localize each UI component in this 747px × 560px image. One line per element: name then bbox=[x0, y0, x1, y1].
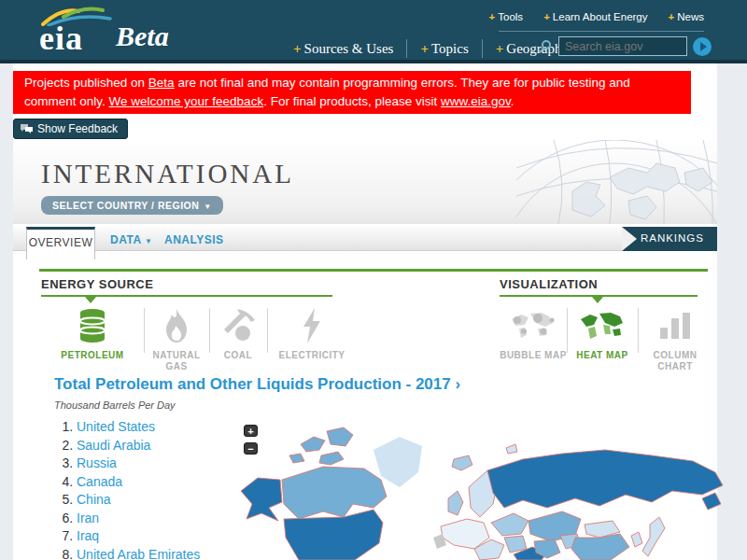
globe-art-icon bbox=[516, 140, 717, 224]
list-item: United Arab Emirates bbox=[77, 546, 245, 560]
natural-gas-flame-icon bbox=[164, 309, 189, 343]
world-heat-map[interactable] bbox=[233, 418, 728, 560]
tab-analysis[interactable]: ANALYSIS bbox=[164, 233, 224, 246]
map-region-alaska bbox=[241, 478, 282, 521]
map-region-japan bbox=[642, 517, 665, 556]
page-title: INTERNATIONAL bbox=[41, 159, 294, 189]
site-header: eia Beta +Tools +Learn About Energy +New… bbox=[0, 0, 747, 63]
plus-icon: + bbox=[543, 11, 550, 22]
list-item: China bbox=[77, 491, 245, 510]
map-region-russia bbox=[487, 450, 723, 508]
beta-link[interactable]: Beta bbox=[148, 76, 175, 90]
nav-news[interactable]: +News bbox=[669, 11, 704, 22]
visualization-heading: VISUALIZATION bbox=[500, 277, 598, 291]
visualization-heat-map[interactable]: HEAT MAP bbox=[567, 304, 638, 361]
hero-banner: INTERNATIONAL SELECT COUNTRY / REGION▼ bbox=[13, 140, 717, 224]
search-go-button[interactable] bbox=[693, 37, 712, 56]
country-ranking-list: United States Saudi Arabia Russia Canada… bbox=[58, 418, 245, 560]
utility-nav: +Tools +Learn About Energy +News bbox=[489, 11, 704, 22]
map-region bbox=[631, 532, 642, 547]
energy-source-coal[interactable]: COAL bbox=[209, 304, 267, 361]
plus-icon: + bbox=[489, 11, 496, 22]
nav-learn-about-energy[interactable]: +Learn About Energy bbox=[543, 11, 647, 22]
map-region bbox=[491, 513, 529, 536]
utility-nav-divider bbox=[499, 31, 704, 32]
petroleum-barrel-icon bbox=[78, 308, 107, 343]
banner-text: . For final products, please visit bbox=[263, 94, 441, 108]
map-region bbox=[301, 437, 325, 452]
map-region bbox=[327, 427, 353, 446]
country-link-united-arab-emirates[interactable]: United Arab Emirates bbox=[77, 547, 200, 560]
plus-icon: + bbox=[293, 41, 302, 56]
plus-icon: + bbox=[420, 41, 429, 56]
list-item: Iran bbox=[77, 510, 245, 528]
energy-source-heading: ENERGY SOURCE bbox=[41, 277, 153, 291]
tab-data[interactable]: DATA ▼ bbox=[110, 233, 152, 246]
tab-overview[interactable]: OVERVIEW bbox=[26, 227, 95, 259]
speech-bubble-icon bbox=[20, 123, 34, 135]
visualization-column-chart[interactable]: COLUMN CHART bbox=[638, 304, 712, 372]
rankings-arrow-icon bbox=[622, 227, 637, 251]
map-region bbox=[452, 455, 472, 470]
banner-text: . bbox=[511, 94, 514, 108]
electricity-bolt-icon bbox=[302, 308, 322, 343]
country-link-united-states[interactable]: United States bbox=[77, 419, 155, 434]
country-link-china[interactable]: China bbox=[77, 492, 111, 507]
nav-topics[interactable]: +Topics bbox=[407, 41, 481, 57]
eia-logo-text: eia bbox=[39, 19, 83, 58]
map-region bbox=[504, 536, 527, 553]
bubble-map-icon bbox=[510, 312, 557, 340]
feedback-link[interactable]: We welcome your feedback bbox=[109, 94, 264, 108]
energy-source-petroleum[interactable]: PETROLEUM bbox=[41, 304, 144, 361]
country-link-canada[interactable]: Canada bbox=[77, 474, 122, 489]
plus-icon: + bbox=[669, 11, 675, 22]
map-zoom-in-button[interactable]: + bbox=[244, 425, 258, 437]
country-link-russia[interactable]: Russia bbox=[77, 455, 117, 470]
list-item: Canada bbox=[77, 473, 245, 492]
chart-title-link[interactable]: Total Petroleum and Other Liquids Produc… bbox=[54, 375, 460, 394]
map-zoom-out-button[interactable]: − bbox=[244, 442, 258, 455]
energy-source-electricity[interactable]: ELECTRICITY bbox=[267, 304, 357, 361]
nav-sources-uses[interactable]: +Sources & Uses bbox=[280, 41, 406, 57]
eia-logo[interactable]: eia bbox=[34, 4, 127, 60]
beta-logo-text[interactable]: Beta bbox=[116, 21, 169, 52]
main-nav: +Sources & Uses +Topics +Geography bbox=[280, 39, 582, 58]
list-item: Russia bbox=[77, 455, 245, 473]
beta-warning-banner: Projects published on Beta are not final… bbox=[13, 71, 691, 114]
list-item: Saudi Arabia bbox=[77, 437, 245, 455]
energy-source-natural-gas[interactable]: NATURAL GAS bbox=[144, 304, 209, 372]
country-link-iraq[interactable]: Iraq bbox=[77, 528, 99, 543]
energy-source-selected-marker bbox=[85, 297, 96, 303]
map-region-china bbox=[571, 534, 629, 560]
map-region bbox=[319, 452, 344, 465]
show-feedback-button[interactable]: Show Feedback bbox=[13, 119, 128, 139]
map-region bbox=[448, 491, 463, 515]
chevron-down-icon: ▼ bbox=[145, 237, 152, 245]
map-region bbox=[289, 454, 304, 463]
plus-icon: + bbox=[496, 41, 504, 56]
country-link-saudi-arabia[interactable]: Saudi Arabia bbox=[77, 438, 150, 453]
heat-map-icon bbox=[579, 312, 626, 340]
list-item: United States bbox=[77, 418, 245, 437]
nav-tools[interactable]: +Tools bbox=[489, 11, 524, 22]
select-country-label: SELECT COUNTRY / REGION bbox=[52, 200, 199, 211]
show-feedback-label: Show Feedback bbox=[37, 122, 118, 135]
chevron-down-icon: ▼ bbox=[204, 203, 211, 211]
visualization-selected-marker bbox=[592, 297, 603, 303]
map-region bbox=[506, 444, 517, 454]
search-icon[interactable] bbox=[538, 39, 553, 54]
search-input[interactable] bbox=[558, 36, 687, 56]
select-country-region-button[interactable]: SELECT COUNTRY / REGION▼ bbox=[41, 196, 223, 215]
visualization-bubble-map[interactable]: BUBBLE MAP bbox=[500, 304, 567, 361]
banner-text: Projects published on bbox=[24, 76, 148, 90]
country-link-iran[interactable]: Iran bbox=[77, 511, 99, 525]
column-chart-icon bbox=[656, 311, 694, 341]
map-region bbox=[702, 493, 721, 510]
search-area bbox=[538, 36, 712, 56]
eia-gov-link[interactable]: www.eia.gov bbox=[441, 94, 511, 108]
section-divider bbox=[39, 269, 708, 272]
list-item: Iraq bbox=[77, 527, 245, 546]
coal-pickaxe-icon bbox=[220, 309, 256, 343]
chart-units: Thousand Barrels Per Day bbox=[54, 399, 176, 411]
